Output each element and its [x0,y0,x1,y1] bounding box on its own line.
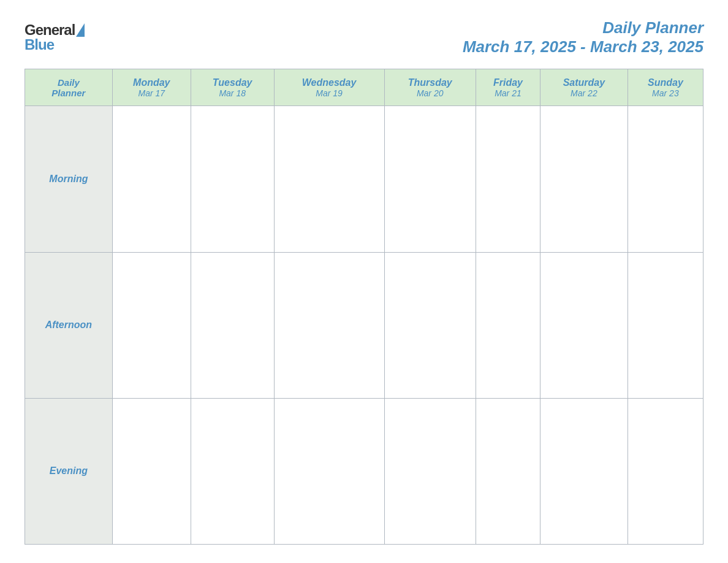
monday-date: Mar 17 [115,88,188,98]
col-header-monday: Monday Mar 17 [112,69,191,106]
planner-title: Daily Planner [463,18,703,37]
morning-row: Morning [25,106,703,252]
col-header-sunday: Sunday Mar 23 [628,69,703,106]
afternoon-label: Afternoon [25,252,113,398]
evening-sunday[interactable] [628,398,703,544]
afternoon-monday[interactable] [112,252,191,398]
saturday-name: Saturday [543,77,625,88]
col-header-wednesday: Wednesday Mar 19 [274,69,384,106]
evening-monday[interactable] [112,398,191,544]
logo: General Blue [25,23,85,52]
morning-wednesday[interactable] [274,106,384,252]
friday-date: Mar 21 [479,88,537,98]
afternoon-friday[interactable] [476,252,540,398]
header-label-line2: Planner [51,88,85,98]
evening-friday[interactable] [476,398,540,544]
table-header-row: Daily Planner Monday Mar 17 Tuesday Mar … [25,69,703,106]
morning-thursday[interactable] [384,106,476,252]
tuesday-name: Tuesday [194,77,271,88]
afternoon-sunday[interactable] [628,252,703,398]
morning-label: Morning [25,106,113,252]
evening-tuesday[interactable] [191,398,274,544]
evening-saturday[interactable] [540,398,628,544]
afternoon-tuesday[interactable] [191,252,274,398]
afternoon-wednesday[interactable] [274,252,384,398]
saturday-date: Mar 22 [543,88,625,98]
logo-area: General Blue [25,23,85,52]
col-header-thursday: Thursday Mar 20 [384,69,476,106]
header-label-line1: Daily [58,77,80,88]
evening-wednesday[interactable] [274,398,384,544]
table-header-label: Daily Planner [25,69,113,106]
morning-sunday[interactable] [628,106,703,252]
evening-thursday[interactable] [384,398,476,544]
thursday-date: Mar 20 [387,88,473,98]
logo-triangle-icon [76,23,85,37]
afternoon-thursday[interactable] [384,252,476,398]
logo-blue-text: Blue [25,37,54,52]
evening-label: Evening [25,398,113,544]
header: General Blue Daily Planner March 17, 202… [25,18,703,56]
wednesday-name: Wednesday [277,77,382,88]
thursday-name: Thursday [387,77,473,88]
logo-general-text: General [25,23,75,37]
page: General Blue Daily Planner March 17, 202… [0,0,728,563]
morning-tuesday[interactable] [191,106,274,252]
morning-monday[interactable] [112,106,191,252]
monday-name: Monday [115,77,188,88]
wednesday-date: Mar 19 [277,88,382,98]
col-header-tuesday: Tuesday Mar 18 [191,69,274,106]
morning-friday[interactable] [476,106,540,252]
sunday-name: Sunday [631,77,700,88]
col-header-saturday: Saturday Mar 22 [540,69,628,106]
afternoon-saturday[interactable] [540,252,628,398]
evening-row: Evening [25,398,703,544]
afternoon-row: Afternoon [25,252,703,398]
date-range: March 17, 2025 - March 23, 2025 [463,37,703,56]
morning-saturday[interactable] [540,106,628,252]
col-header-friday: Friday Mar 21 [476,69,540,106]
title-area: Daily Planner March 17, 2025 - March 23,… [463,18,703,56]
tuesday-date: Mar 18 [194,88,271,98]
planner-table: Daily Planner Monday Mar 17 Tuesday Mar … [25,69,703,545]
sunday-date: Mar 23 [631,88,700,98]
friday-name: Friday [479,77,537,88]
